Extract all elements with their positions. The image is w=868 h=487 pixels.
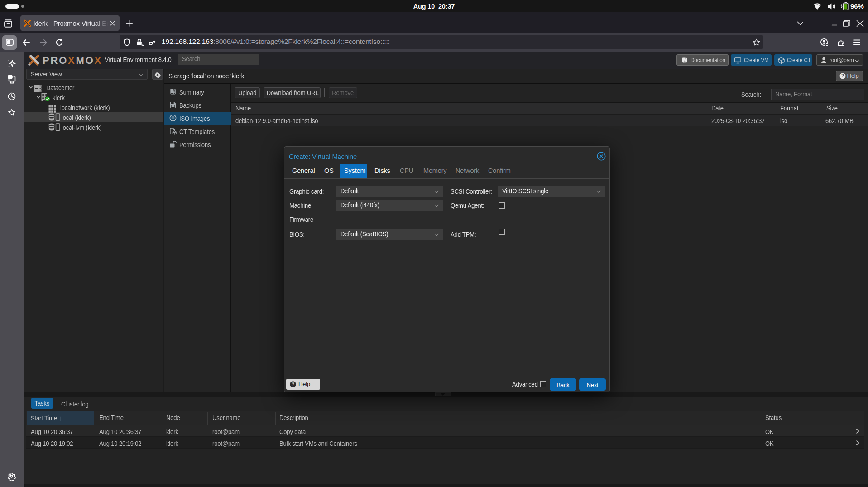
svg-text:?: ? [841, 73, 844, 78]
svg-text:?: ? [292, 382, 294, 387]
